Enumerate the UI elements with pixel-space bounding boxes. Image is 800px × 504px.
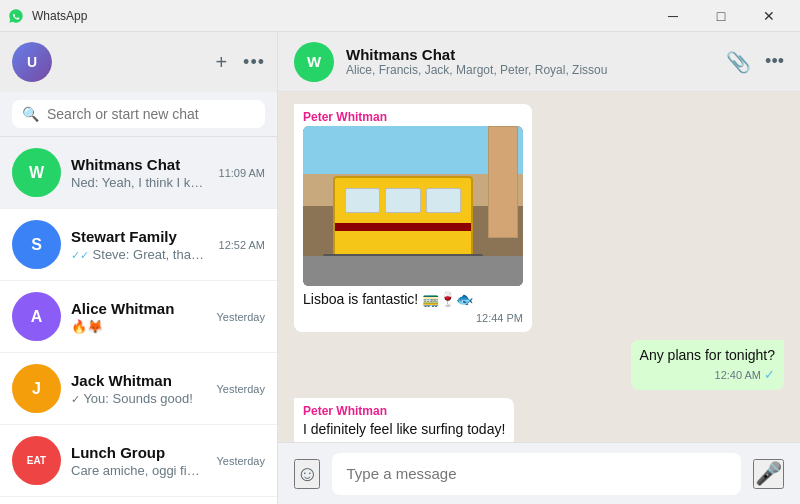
chat-meta: Yesterday: [216, 455, 265, 467]
chat-info: Lunch Group Care amiche, oggi finalmente…: [71, 444, 206, 478]
chat-item[interactable]: W Whitmans Chat Ned: Yeah, I think I kno…: [0, 137, 277, 209]
chat-avatar: J: [12, 364, 61, 413]
search-bar: 🔍: [0, 92, 277, 137]
chat-info: Alice Whitman 🔥🦊: [71, 300, 206, 334]
chat-preview: Care amiche, oggi finalmente posso: [71, 463, 206, 478]
app-title: WhatsApp: [32, 9, 642, 23]
message-sender: Peter Whitman: [303, 404, 505, 418]
chat-info: Stewart Family ✓✓ Steve: Great, thanks!: [71, 228, 209, 262]
chat-avatar: W: [12, 148, 61, 197]
message-text: Lisboa is fantastic! 🚃🍷🐟: [303, 290, 523, 310]
message-time: 12:44 PM: [303, 312, 523, 324]
message-bubble: Any plans for tonight?12:40 AM✓: [631, 340, 784, 391]
chat-info: Whitmans Chat Ned: Yeah, I think I know …: [71, 156, 209, 190]
mic-button[interactable]: 🎤: [753, 459, 784, 489]
close-button[interactable]: ✕: [746, 0, 792, 32]
chat-item[interactable]: J Jack Whitman ✓ You: Sounds good! Yeste…: [0, 353, 277, 425]
message-text: I definitely feel like surfing today!: [303, 420, 505, 440]
chat-header-name: Whitmans Chat: [346, 46, 714, 63]
window-controls: ─ □ ✕: [650, 0, 792, 32]
message-text: Any plans for tonight?: [640, 346, 775, 366]
chat-meta: Yesterday: [216, 383, 265, 395]
chat-menu-button[interactable]: •••: [765, 50, 784, 74]
whatsapp-logo-icon: [8, 8, 24, 24]
chat-name: Whitmans Chat: [71, 156, 209, 173]
chat-time: 12:52 AM: [219, 239, 265, 251]
maximize-button[interactable]: □: [698, 0, 744, 32]
chat-meta: 11:09 AM: [219, 167, 265, 179]
chat-avatar: A: [12, 292, 61, 341]
message-input[interactable]: [332, 453, 741, 495]
emoji-button[interactable]: ☺: [294, 459, 320, 489]
chat-item[interactable]: EAT Lunch Group Care amiche, oggi finalm…: [0, 425, 277, 497]
message-tick: ✓: [764, 367, 775, 382]
chat-header: W Whitmans Chat Alice, Francis, Jack, Ma…: [278, 32, 800, 92]
chat-time: Yesterday: [216, 311, 265, 323]
input-bar: ☺ 🎤: [278, 442, 800, 504]
chat-name: Lunch Group: [71, 444, 206, 461]
chat-preview: Ned: Yeah, I think I know wha...: [71, 175, 209, 190]
message-time: 12:40 AM✓: [640, 367, 775, 382]
chat-info: Jack Whitman ✓ You: Sounds good!: [71, 372, 206, 406]
chat-header-actions: 📎 •••: [726, 50, 784, 74]
title-bar: WhatsApp ─ □ ✕: [0, 0, 800, 32]
message-bubble: Peter Whitman: [294, 104, 532, 332]
chat-item[interactable]: A Alice Whitman 🔥🦊 Yesterday: [0, 281, 277, 353]
menu-button[interactable]: •••: [243, 52, 265, 73]
main-content: U + ••• 🔍 W Whitmans Chat Ned: Yeah, I t…: [0, 32, 800, 504]
chat-header-info: Whitmans Chat Alice, Francis, Jack, Marg…: [346, 46, 714, 77]
left-header: U + •••: [0, 32, 277, 92]
message-image: [303, 126, 523, 286]
messages-area: Peter Whitman: [278, 92, 800, 442]
search-input-wrap[interactable]: 🔍: [12, 100, 265, 128]
chat-preview: 🔥🦊: [71, 319, 206, 334]
chat-name: Alice Whitman: [71, 300, 206, 317]
chat-name: Jack Whitman: [71, 372, 206, 389]
right-panel: W Whitmans Chat Alice, Francis, Jack, Ma…: [278, 32, 800, 504]
chat-name: Stewart Family: [71, 228, 209, 245]
chat-preview: ✓ You: Sounds good!: [71, 391, 206, 406]
message-sender: Peter Whitman: [303, 110, 523, 124]
new-chat-button[interactable]: +: [215, 51, 227, 74]
chat-meta: Yesterday: [216, 311, 265, 323]
chat-avatar: EAT: [12, 436, 61, 485]
message-bubble: Peter WhitmanI definitely feel like surf…: [294, 398, 514, 442]
chat-time: Yesterday: [216, 383, 265, 395]
left-panel: U + ••• 🔍 W Whitmans Chat Ned: Yeah, I t…: [0, 32, 278, 504]
chat-header-members: Alice, Francis, Jack, Margot, Peter, Roy…: [346, 63, 714, 77]
attach-button[interactable]: 📎: [726, 50, 751, 74]
chat-preview: ✓✓ Steve: Great, thanks!: [71, 247, 209, 262]
chat-time: Yesterday: [216, 455, 265, 467]
chat-time: 11:09 AM: [219, 167, 265, 179]
my-avatar[interactable]: U: [12, 42, 52, 82]
search-input[interactable]: [47, 106, 255, 122]
chat-header-avatar: W: [294, 42, 334, 82]
search-icon: 🔍: [22, 106, 39, 122]
chat-list: W Whitmans Chat Ned: Yeah, I think I kno…: [0, 137, 277, 504]
minimize-button[interactable]: ─: [650, 0, 696, 32]
chat-item[interactable]: J Jane Pearson Nice! I definitely feel l…: [0, 497, 277, 504]
chat-item[interactable]: S Stewart Family ✓✓ Steve: Great, thanks…: [0, 209, 277, 281]
chat-avatar: S: [12, 220, 61, 269]
chat-meta: 12:52 AM: [219, 239, 265, 251]
